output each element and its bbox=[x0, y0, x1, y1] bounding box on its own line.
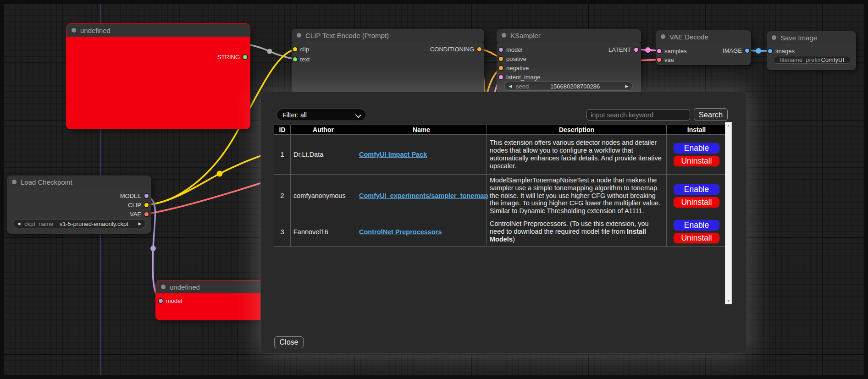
node-title: VAE Decode bbox=[669, 33, 708, 41]
node-vae-decode[interactable]: VAE Decode samples vae IMAGE bbox=[656, 30, 751, 65]
node-collapse-dot-icon[interactable] bbox=[661, 34, 665, 39]
extension-name-link[interactable]: ComfyUI_experiments/sampler_tonemap bbox=[359, 192, 488, 199]
uninstall-button[interactable]: Uninstall bbox=[673, 232, 720, 244]
node-undefined-top[interactable]: undefined STRING bbox=[66, 24, 250, 129]
input-label: latent_image bbox=[506, 74, 540, 81]
custom-nodes-manager-dialog: Filter: all Search ID Author Name Descri… bbox=[260, 92, 747, 354]
extension-name-link[interactable]: ControlNet Preprocessors bbox=[359, 228, 442, 236]
input-slot-text[interactable]: text bbox=[293, 56, 310, 62]
node-title-bar[interactable]: Load Checkpoint bbox=[7, 176, 151, 188]
node-body: model positive negative latent_image LAT… bbox=[497, 42, 641, 93]
enable-button[interactable]: Enable bbox=[673, 143, 720, 154]
widget-value[interactable]: v1-5-pruned-emaonly.ckpt bbox=[54, 220, 134, 227]
node-title-bar[interactable]: Save Image bbox=[767, 31, 856, 44]
input-slot-samples[interactable]: samples bbox=[657, 48, 686, 54]
node-body: clip text CONDITIONING bbox=[292, 42, 484, 93]
node-collapse-dot-icon[interactable] bbox=[502, 33, 506, 38]
node-title: KSampler bbox=[510, 32, 541, 39]
extensions-table: ID Author Name Description Install 1Dr.L… bbox=[274, 125, 727, 247]
extension-name: ComfyUI Impact Pack bbox=[356, 135, 487, 175]
output-slot-model[interactable]: MODEL bbox=[120, 192, 149, 199]
node-body: MODEL CLIP VAE ◀ ckpt_name v1-5-pruned-e… bbox=[7, 188, 151, 234]
input-label: model bbox=[506, 46, 522, 53]
scroll-down-arrow-icon[interactable]: ▼ bbox=[725, 299, 731, 302]
model-slot-dot[interactable] bbox=[159, 299, 163, 303]
filename-prefix-widget[interactable]: filename_prefix ComfyUI bbox=[773, 56, 851, 64]
output-slot-string[interactable]: STRING bbox=[217, 54, 247, 60]
input-slot-images[interactable]: images bbox=[768, 48, 795, 54]
input-slot-clip[interactable]: clip bbox=[293, 46, 310, 52]
table-scrollbar[interactable]: ▲ ▼ bbox=[725, 122, 732, 304]
clip-slot-dot[interactable] bbox=[293, 47, 297, 51]
extension-name-link[interactable]: ComfyUI Impact Pack bbox=[359, 151, 427, 158]
vae-slot-dot[interactable] bbox=[657, 58, 661, 62]
ckpt-name-widget[interactable]: ◀ ckpt_name v1-5-pruned-emaonly.ckpt ▶ bbox=[13, 219, 146, 228]
widget-value[interactable]: 156680208700286 bbox=[529, 83, 621, 90]
input-label: text bbox=[300, 56, 310, 63]
node-title-bar[interactable]: undefined bbox=[66, 24, 250, 37]
negative-slot-dot[interactable] bbox=[499, 66, 503, 70]
filter-select[interactable]: Filter: all bbox=[276, 109, 366, 121]
conditioning-slot-dot[interactable] bbox=[477, 47, 481, 51]
widget-increment-arrow-icon[interactable]: ▶ bbox=[621, 84, 632, 88]
node-save-image[interactable]: Save Image images filename_prefix ComfyU… bbox=[767, 31, 856, 70]
input-slot-model[interactable]: model bbox=[159, 297, 182, 304]
extension-install-cell: EnableUninstall bbox=[667, 217, 727, 247]
output-slot-clip[interactable]: CLIP bbox=[128, 202, 149, 208]
string-slot-dot[interactable] bbox=[243, 55, 247, 59]
node-title-bar[interactable]: CLIP Text Encode (Prompt) bbox=[292, 29, 484, 42]
clip-output-dot[interactable] bbox=[144, 203, 149, 207]
node-collapse-dot-icon[interactable] bbox=[12, 180, 17, 184]
widget-decrement-arrow-icon[interactable]: ◀ bbox=[13, 221, 24, 226]
close-button[interactable]: Close bbox=[274, 336, 304, 348]
node-collapse-dot-icon[interactable] bbox=[297, 33, 301, 38]
latent-output-dot[interactable] bbox=[634, 48, 638, 52]
input-slot-vae[interactable]: vae bbox=[657, 56, 674, 63]
widget-label: ckpt_name bbox=[24, 220, 54, 227]
samples-slot-dot[interactable] bbox=[657, 49, 661, 53]
node-load-checkpoint[interactable]: Load Checkpoint MODEL CLIP VAE ◀ ckpt_na… bbox=[7, 176, 151, 234]
node-title-bar[interactable]: KSampler bbox=[497, 29, 641, 42]
search-input[interactable] bbox=[586, 109, 690, 121]
search-button[interactable]: Search bbox=[694, 108, 728, 121]
enable-button[interactable]: Enable bbox=[673, 184, 720, 195]
uninstall-button[interactable]: Uninstall bbox=[673, 155, 720, 167]
widget-increment-arrow-icon[interactable]: ▶ bbox=[134, 221, 145, 226]
header-description: Description bbox=[487, 125, 667, 135]
widget-value[interactable]: ComfyUI bbox=[821, 56, 844, 63]
input-slot-model[interactable]: model bbox=[499, 46, 522, 53]
widget-label: seed bbox=[516, 83, 529, 90]
extension-id: 1 bbox=[274, 135, 291, 175]
input-slot-positive[interactable]: positive bbox=[499, 55, 526, 62]
extension-name: ControlNet Preprocessors bbox=[356, 217, 487, 247]
node-clip-text-encode[interactable]: CLIP Text Encode (Prompt) clip text COND… bbox=[292, 29, 484, 93]
node-collapse-dot-icon[interactable] bbox=[72, 28, 76, 33]
text-slot-dot[interactable] bbox=[293, 57, 297, 61]
latent-slot-dot[interactable] bbox=[499, 75, 503, 79]
model-slot-dot[interactable] bbox=[499, 48, 503, 52]
enable-button[interactable]: Enable bbox=[673, 220, 720, 231]
image-output-dot[interactable] bbox=[745, 49, 749, 53]
output-slot-conditioning[interactable]: CONDITIONING bbox=[430, 46, 481, 52]
output-slot-latent[interactable]: LATENT bbox=[608, 46, 638, 53]
positive-slot-dot[interactable] bbox=[499, 57, 503, 61]
node-collapse-dot-icon[interactable] bbox=[161, 285, 166, 289]
output-slot-vae[interactable]: VAE bbox=[130, 211, 149, 217]
scroll-up-arrow-icon[interactable]: ▲ bbox=[725, 124, 731, 127]
extension-author: comfyanonymous bbox=[291, 175, 356, 217]
node-title-bar[interactable]: VAE Decode bbox=[656, 30, 751, 43]
widget-decrement-arrow-icon[interactable]: ◀ bbox=[505, 84, 516, 88]
input-label: positive bbox=[506, 55, 526, 62]
input-slot-latent-image[interactable]: latent_image bbox=[499, 74, 540, 80]
input-slot-negative[interactable]: negative bbox=[499, 65, 529, 71]
node-ksampler[interactable]: KSampler model positive negative latent_… bbox=[497, 29, 641, 93]
vae-output-dot[interactable] bbox=[144, 212, 149, 216]
uninstall-button[interactable]: Uninstall bbox=[673, 197, 720, 208]
model-output-dot[interactable] bbox=[144, 194, 149, 198]
seed-widget[interactable]: ◀ seed 156680208700286 ▶ bbox=[504, 82, 633, 91]
node-collapse-dot-icon[interactable] bbox=[772, 35, 776, 40]
output-slot-image[interactable]: IMAGE bbox=[723, 47, 749, 54]
output-label: IMAGE bbox=[723, 47, 742, 54]
output-label: MODEL bbox=[120, 192, 141, 199]
images-slot-dot[interactable] bbox=[768, 49, 772, 53]
